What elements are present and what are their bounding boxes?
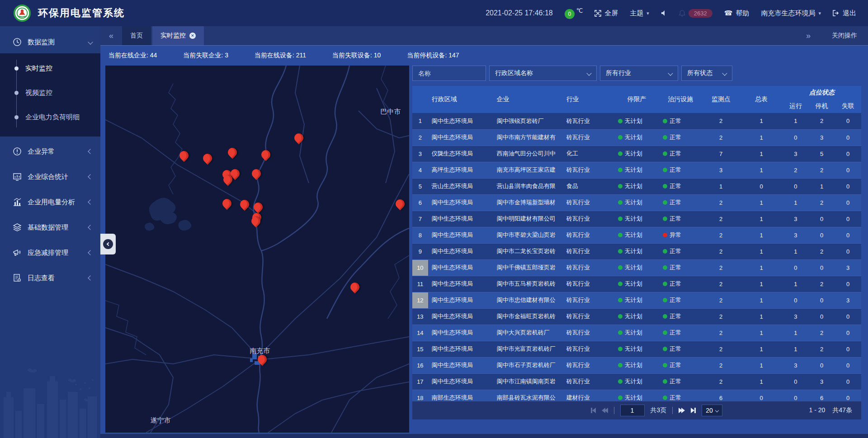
map-pin[interactable] — [250, 167, 263, 180]
sidebar-group-label: 企业异常 — [28, 147, 89, 156]
table-row[interactable]: 17阆中生态环境局阆中市江南镇阆南页岩砖瓦行业无计划正常21030 — [412, 373, 861, 390]
table-row[interactable]: 12阆中生态环境局阆中市忠信建材有限公砖瓦行业无计划正常21003 — [412, 292, 861, 308]
table-row[interactable]: 18南部生态环境局南部县砖瓦水泥有限公建材行业无计划正常60060 — [412, 390, 861, 401]
map-city-label: 遂宁市 — [151, 416, 171, 425]
cell-region: 阆中生态环境局 — [428, 308, 493, 325]
theme-dropdown[interactable]: 主题 ▾ — [630, 9, 649, 18]
cell-region: 阆中生态环境局 — [428, 325, 493, 341]
cell-industry: 砖瓦行业 — [563, 194, 614, 211]
map-panel[interactable]: 巴中市南充市遂宁市 — [105, 66, 409, 433]
col-facility: 治污设施 — [659, 86, 702, 113]
col-lost: 失联 — [835, 99, 861, 113]
stat-item: 当前失联企业: 3 — [183, 52, 228, 60]
table-row[interactable]: 8阆中生态环境局阆中市枣碧大梁山页岩砖瓦行业无计划异常21300 — [412, 227, 861, 243]
cell-halt: 3 — [809, 129, 835, 146]
cell-stop-status: 无计划 — [614, 308, 659, 325]
sidebar-group-base-data[interactable]: 基础数据管理 — [0, 217, 100, 238]
status-dot — [663, 233, 667, 237]
fullscreen-button[interactable]: 全屏 — [594, 9, 618, 18]
cell-stop-status: 无计划 — [614, 276, 659, 292]
col-region: 行政区域 — [428, 86, 493, 113]
prev-page-button[interactable] — [602, 408, 608, 413]
tabs-scroll-left-button[interactable]: « — [100, 26, 122, 45]
sidebar-group-log-view[interactable]: 日志查看 — [0, 268, 100, 288]
map-pin[interactable] — [394, 198, 406, 210]
table-row[interactable]: 16阆中生态环境局阆中市石子页岩机砖厂砖瓦行业无计划正常21300 — [412, 357, 861, 373]
table-row[interactable]: 5营山生态环境局营山县润丰肉食品有限食品无计划正常10010 — [412, 178, 861, 194]
name-filter-input[interactable] — [418, 70, 480, 77]
caret-down-icon: ▾ — [818, 10, 821, 16]
map-pin[interactable] — [238, 198, 251, 211]
table-row[interactable]: 7阆中生态环境局阆中明阳建材有限公司砖瓦行业无计划正常21300 — [412, 211, 861, 227]
cell-run: 3 — [783, 227, 809, 243]
cell-company: 阆中大兴页岩机砖厂 — [493, 325, 563, 341]
cell-company: 阆中千佛镇五郎垭页岩 — [493, 259, 563, 276]
map-pin[interactable] — [178, 149, 190, 162]
table-row[interactable]: 13阆中生态环境局阆中市金福旺页岩机砖砖瓦行业无计划正常21300 — [412, 308, 861, 325]
industry-filter-select[interactable]: 所有行业 — [600, 66, 678, 81]
table-row[interactable]: 2阆中生态环境局阆中市南方节能建材有砖瓦行业无计划正常21030 — [412, 129, 861, 146]
cell-facility-status: 正常 — [659, 308, 702, 325]
page-size-select[interactable]: 20 — [702, 405, 722, 416]
map-pin[interactable] — [259, 148, 272, 161]
table-row[interactable]: 10阆中生态环境局阆中千佛镇五郎垭页岩砖瓦行业无计划正常21003 — [412, 259, 861, 276]
next-page-button[interactable] — [679, 408, 685, 413]
map-pin[interactable] — [201, 152, 214, 165]
table-row[interactable]: 4高坪生态环境局南充市高坪区王家店建砖瓦行业无计划正常31220 — [412, 162, 861, 178]
status-filter-select[interactable]: 所有状态 — [681, 66, 732, 81]
cell-company: 阆中市五马桥页岩机砖 — [493, 276, 563, 292]
sidebar-group-power-analysis[interactable]: 企业用电量分析 — [0, 192, 100, 212]
map-pin[interactable] — [226, 146, 239, 159]
sidebar-group-data-monitor[interactable]: 数据监测 — [0, 32, 100, 52]
tab-home[interactable]: 首页 — [122, 26, 151, 45]
table-row[interactable]: 15阆中生态环境局阆中市光富页岩机砖厂砖瓦行业无计划正常21120 — [412, 341, 861, 357]
record-range-label: 1 - 20 — [809, 406, 826, 414]
sidebar-group-emergency-reduction[interactable]: 应急减排管理 — [0, 242, 100, 263]
mute-button[interactable] — [661, 10, 667, 16]
row-index: 2 — [412, 129, 428, 146]
close-operations-button[interactable]: 关闭操作 — [832, 32, 857, 40]
cell-meter: 1 — [740, 341, 783, 357]
sidebar-item-power-load-detail[interactable]: 企业电力负荷明细 — [0, 105, 100, 129]
last-page-button[interactable] — [691, 408, 696, 413]
tab-realtime-monitor[interactable]: 实时监控 ✕ — [152, 26, 204, 45]
table-row[interactable]: 14阆中生态环境局阆中大兴页岩机砖厂砖瓦行业无计划正常21120 — [412, 325, 861, 341]
table-row[interactable]: 1阆中生态环境局阆中强锐页岩砖厂砖瓦行业无计划正常21120 — [412, 113, 861, 129]
alarm-indicator[interactable]: 2632 — [679, 9, 712, 18]
cell-lost: 0 — [835, 276, 861, 292]
map-pin[interactable] — [349, 281, 361, 293]
sidebar-group-label: 应急减排管理 — [28, 249, 89, 257]
cell-stop-status: 无计划 — [614, 178, 659, 194]
status-dot — [663, 265, 667, 270]
map-pin[interactable] — [252, 201, 264, 213]
page-number-input[interactable]: 1 — [620, 405, 645, 416]
region-filter-select[interactable]: 行政区域名称 — [489, 66, 597, 81]
sidebar-collapse-button[interactable] — [100, 234, 116, 254]
table-row[interactable]: 9阆中生态环境局阆中市二龙长宝页岩砖砖瓦行业无计划正常21120 — [412, 243, 861, 259]
map-pin[interactable] — [292, 132, 305, 144]
status-dot — [663, 168, 667, 172]
tabs-scroll-right-button[interactable]: » — [797, 31, 819, 41]
org-dropdown[interactable]: 南充市生态环境局 ▾ — [761, 9, 821, 18]
sidebar-item-realtime-monitor[interactable]: 实时监控 — [0, 56, 100, 80]
sidebar-item-label: 实时监控 — [25, 64, 52, 73]
table-row[interactable]: 11阆中生态环境局阆中市五马桥页岩机砖砖瓦行业无计划正常21120 — [412, 276, 861, 292]
cell-company: 阆中市金博瑞新型墙材 — [493, 194, 563, 211]
table-row[interactable]: 3仪陇生态环境局西南油气田分公司川中化工无计划正常71350 — [412, 146, 861, 162]
pager-separator — [672, 407, 673, 414]
sidebar-group-enterprise-abnormal[interactable]: 企业异常 — [0, 141, 100, 162]
sidebar-item-video-monitor[interactable]: 视频监控 — [0, 80, 100, 105]
logout-button[interactable]: 退出 — [833, 9, 856, 18]
help-button[interactable]: ☎ 帮助 — [724, 9, 750, 18]
pager-separator — [614, 407, 614, 414]
table-row[interactable]: 6阆中生态环境局阆中市金博瑞新型墙材砖瓦行业无计划正常21120 — [412, 194, 861, 211]
cell-region: 阆中生态环境局 — [428, 357, 493, 373]
temperature: 0 ℃ — [565, 7, 583, 19]
row-index: 14 — [412, 325, 428, 341]
sidebar-group-enterprise-stats[interactable]: 企业综合统计 — [0, 166, 100, 187]
first-page-button[interactable] — [591, 408, 596, 413]
cell-meter: 1 — [740, 162, 783, 178]
map-pin[interactable] — [221, 197, 233, 210]
close-icon[interactable]: ✕ — [189, 33, 196, 39]
name-filter[interactable] — [412, 66, 486, 81]
